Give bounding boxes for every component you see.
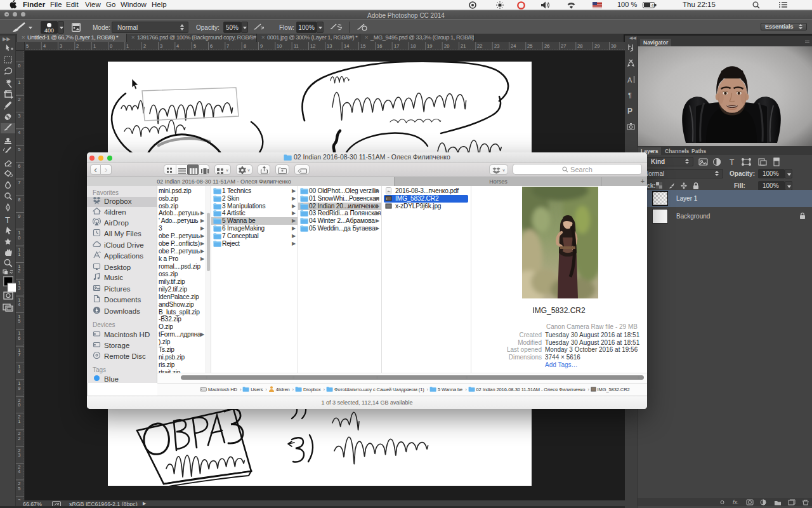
svg-text:4: 4 — [176, 43, 179, 49]
svg-text:5: 5 — [18, 486, 20, 491]
svg-text:18: 18 — [410, 43, 416, 49]
svg-text:7: 7 — [18, 180, 20, 185]
svg-text:0: 0 — [18, 63, 20, 69]
svg-text:24: 24 — [511, 43, 516, 49]
svg-text:30: 30 — [611, 43, 616, 49]
svg-text:1: 1 — [18, 79, 20, 85]
svg-text:7: 7 — [226, 43, 229, 49]
svg-text:6: 6 — [18, 163, 20, 169]
svg-text:4: 4 — [18, 469, 20, 474]
svg-text:0: 0 — [110, 43, 112, 49]
svg-text:14: 14 — [344, 43, 349, 49]
svg-text:47: 47 — [652, 3, 657, 8]
svg-text:19: 19 — [427, 43, 432, 49]
svg-text:9: 9 — [18, 213, 20, 219]
svg-text:9: 9 — [260, 43, 263, 49]
svg-text:◀◀: ◀◀ — [629, 36, 636, 40]
svg-text:3: 3 — [18, 285, 20, 291]
svg-text:8: 8 — [18, 197, 20, 203]
svg-text:15: 15 — [360, 43, 365, 49]
svg-text:29: 29 — [594, 43, 599, 49]
svg-text:21: 21 — [461, 43, 466, 49]
svg-text:1: 1 — [18, 251, 20, 257]
svg-text:13: 13 — [327, 43, 332, 49]
svg-text:▶▶: ▶▶ — [3, 36, 11, 42]
svg-text:27: 27 — [561, 43, 566, 49]
svg-text:6: 6 — [210, 43, 213, 49]
svg-text:0: 0 — [18, 235, 20, 241]
svg-text:2: 2 — [18, 268, 20, 274]
svg-text:12: 12 — [310, 43, 315, 49]
svg-text:10: 10 — [277, 43, 282, 49]
svg-text:5: 5 — [26, 43, 29, 49]
svg-text:T: T — [730, 158, 735, 167]
svg-text:23: 23 — [494, 43, 499, 49]
svg-text:20: 20 — [444, 43, 449, 49]
svg-text:3: 3 — [18, 113, 20, 119]
svg-text:3: 3 — [18, 452, 20, 458]
svg-text:5: 5 — [18, 147, 20, 152]
svg-text:22: 22 — [477, 43, 482, 49]
svg-text:8: 8 — [244, 43, 246, 49]
svg-text:1: 1 — [126, 43, 129, 49]
svg-text:P: P — [627, 107, 632, 116]
svg-text:¶: ¶ — [628, 91, 632, 99]
svg-text:17: 17 — [394, 43, 399, 49]
svg-text:16: 16 — [377, 43, 382, 49]
svg-text:3: 3 — [60, 43, 62, 49]
svg-text:2: 2 — [18, 97, 20, 102]
svg-text:4: 4 — [18, 302, 20, 307]
svg-text:2: 2 — [143, 43, 146, 49]
svg-text:6: 6 — [18, 335, 20, 341]
svg-text:0: 0 — [18, 402, 20, 408]
svg-text:fx.: fx. — [733, 499, 739, 505]
svg-text:7: 7 — [18, 352, 20, 358]
svg-text:4: 4 — [18, 130, 20, 135]
svg-text:2: 2 — [76, 43, 79, 49]
svg-text:5: 5 — [193, 43, 196, 49]
svg-text:26: 26 — [544, 43, 549, 49]
svg-text:A: A — [627, 76, 632, 84]
svg-text:1: 1 — [18, 418, 20, 424]
svg-text:3: 3 — [160, 43, 162, 49]
svg-text:25: 25 — [527, 43, 532, 49]
svg-text:5: 5 — [18, 318, 20, 324]
svg-text:2: 2 — [18, 436, 20, 441]
svg-text:11: 11 — [294, 43, 299, 49]
svg-text:i: i — [386, 197, 387, 201]
svg-text:1: 1 — [93, 43, 96, 49]
svg-text:9: 9 — [18, 385, 20, 391]
svg-text:T: T — [5, 215, 10, 225]
svg-text:28: 28 — [577, 43, 582, 49]
svg-text:8: 8 — [18, 368, 20, 374]
svg-text:4: 4 — [43, 43, 46, 49]
